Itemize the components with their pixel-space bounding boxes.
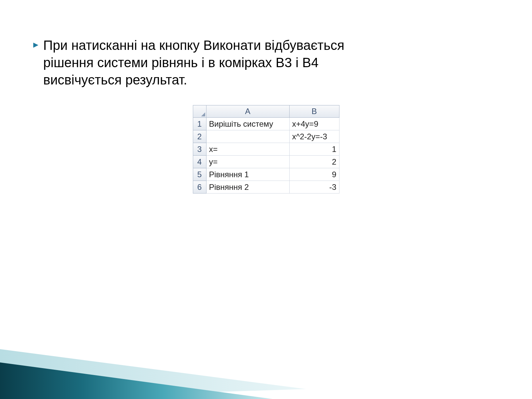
column-header-row: A B (193, 105, 339, 118)
corner-cell[interactable] (193, 105, 206, 118)
cell-b2[interactable]: x^2-2y=-3 (289, 130, 339, 143)
cell-b5[interactable]: 9 (289, 168, 339, 181)
bullet-triangle-icon: ▶ (33, 41, 38, 49)
slide-content: ▶ При натисканні на кнопку Виконати відб… (0, 0, 532, 194)
slide-text: При натисканні на кнопку Виконати відбув… (43, 37, 392, 88)
spreadsheet-body: 1 Вирішіть систему x+4y=9 2 x^2-2y=-3 3 … (193, 118, 339, 194)
table-row: 2 x^2-2y=-3 (193, 130, 339, 143)
table-row: 3 x= 1 (193, 143, 339, 156)
table-row: 5 Рівняння 1 9 (193, 168, 339, 181)
table-row: 4 y= 2 (193, 156, 339, 168)
row-header[interactable]: 1 (193, 118, 206, 130)
table-row: 1 Вирішіть систему x+4y=9 (193, 118, 339, 130)
row-header[interactable]: 6 (193, 181, 206, 194)
cell-a2[interactable] (206, 130, 289, 143)
bullet-item: ▶ При натисканні на кнопку Виконати відб… (33, 37, 499, 88)
column-header-b[interactable]: B (289, 105, 339, 118)
decorative-corner-shape (0, 306, 332, 399)
cell-b3[interactable]: 1 (289, 143, 339, 156)
row-header[interactable]: 3 (193, 143, 206, 156)
cell-a4[interactable]: y= (206, 156, 289, 168)
cell-a6[interactable]: Рівняння 2 (206, 181, 289, 194)
cell-a1[interactable]: Вирішіть систему (206, 118, 289, 130)
column-header-a[interactable]: A (206, 105, 289, 118)
table-row: 6 Рівняння 2 -3 (193, 181, 339, 194)
select-all-triangle-icon (201, 112, 205, 116)
cell-b1[interactable]: x+4y=9 (289, 118, 339, 130)
spreadsheet-table: A B 1 Вирішіть систему x+4y=9 2 x^2-2y=-… (193, 105, 339, 194)
cell-a3[interactable]: x= (206, 143, 289, 156)
row-header[interactable]: 2 (193, 130, 206, 143)
cell-b6[interactable]: -3 (289, 181, 339, 194)
spreadsheet-container: A B 1 Вирішіть систему x+4y=9 2 x^2-2y=-… (33, 105, 499, 194)
cell-b4[interactable]: 2 (289, 156, 339, 168)
row-header[interactable]: 4 (193, 156, 206, 168)
row-header[interactable]: 5 (193, 168, 206, 181)
cell-a5[interactable]: Рівняння 1 (206, 168, 289, 181)
